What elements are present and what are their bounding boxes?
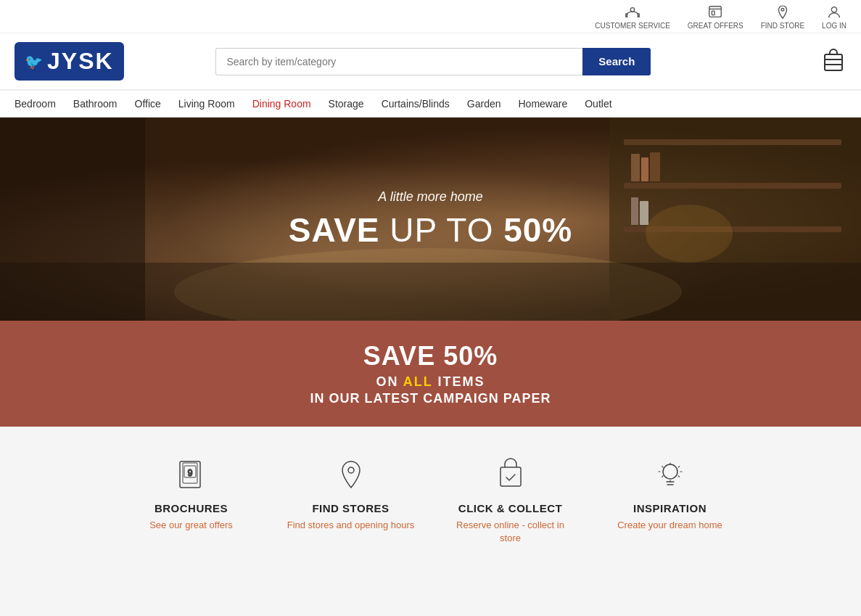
tile-click-collect-subtitle: Reserve online - collect in store	[445, 519, 576, 545]
tile-brochures[interactable]: 9 BROCHURES See our great offers	[112, 456, 271, 545]
svg-point-5	[831, 7, 836, 12]
svg-rect-6	[825, 54, 842, 70]
tile-inspiration-subtitle: Create your dream home	[617, 519, 722, 532]
find-stores-icon	[332, 456, 370, 493]
utility-log-in[interactable]: LOG IN	[822, 4, 846, 30]
utility-bar: CUSTOMER SERVICE GREAT OFFERS FIND STORE…	[0, 0, 861, 33]
hero-banner[interactable]: A little more home SAVE UP TO 50%	[0, 118, 861, 321]
nav-curtains[interactable]: Curtains/Blinds	[382, 98, 450, 110]
header: 🐦 JYSK Search	[0, 33, 861, 91]
svg-rect-29	[500, 467, 521, 486]
campaign-bottom-text: IN OUR LATEST CAMPAIGN PAPER	[15, 391, 846, 406]
nav-garden[interactable]: Garden	[467, 98, 501, 110]
svg-text:9: 9	[187, 468, 192, 478]
utility-great-offers[interactable]: GREAT OFFERS	[688, 4, 743, 30]
inspiration-icon	[651, 456, 689, 493]
search-input[interactable]	[215, 48, 582, 75]
logo[interactable]: 🐦 JYSK	[15, 42, 124, 81]
svg-rect-15	[631, 154, 640, 181]
hero-save: SAVE	[289, 211, 380, 249]
svg-rect-1	[709, 7, 722, 17]
hero-title: SAVE UP TO 50%	[289, 210, 573, 250]
svg-rect-19	[640, 201, 648, 225]
brochures-icon: 9	[173, 456, 210, 493]
hero-percent: 50%	[503, 211, 572, 249]
tile-brochures-title: BROCHURES	[155, 502, 228, 514]
nav-bathroom[interactable]: Bathroom	[73, 98, 118, 110]
campaign-sub-text: ON ALL ITEMS	[15, 374, 846, 390]
tile-click-collect[interactable]: CLICK & COLLECT Reserve online - collect…	[431, 456, 590, 545]
tile-find-stores[interactable]: FIND STORES Find stores and opening hour…	[271, 456, 431, 545]
hero-upto: UP TO	[380, 211, 504, 249]
svg-point-4	[781, 9, 784, 12]
utility-label: CUSTOMER SERVICE	[595, 22, 670, 30]
nav-office[interactable]: Office	[135, 98, 161, 110]
click-collect-icon	[492, 456, 530, 493]
svg-rect-23	[0, 263, 861, 321]
search-container: Search	[215, 48, 651, 75]
utility-label: LOG IN	[822, 22, 846, 30]
nav-bedroom[interactable]: Bedroom	[15, 98, 56, 110]
campaign-all: ALL	[403, 374, 433, 389]
hero-overlay: A little more home SAVE UP TO 50%	[289, 189, 573, 250]
svg-point-0	[630, 8, 635, 12]
svg-rect-13	[624, 183, 841, 189]
search-button[interactable]: Search	[582, 48, 651, 75]
svg-rect-12	[624, 139, 841, 145]
campaign-on: ON	[376, 374, 403, 389]
utility-label: GREAT OFFERS	[688, 22, 743, 30]
logo-text: JYSK	[47, 48, 114, 75]
svg-rect-17	[650, 152, 660, 181]
nav-homeware[interactable]: Homeware	[519, 98, 568, 110]
campaign-main-text: SAVE 50%	[15, 341, 846, 371]
svg-rect-3	[712, 11, 715, 15]
utility-label: FIND STORE	[761, 22, 804, 30]
tile-inspiration-title: INSPIRATION	[633, 502, 706, 514]
nav-storage[interactable]: Storage	[329, 98, 364, 110]
logo-bird-icon: 🐦	[25, 53, 43, 70]
nav-dining-room[interactable]: Dining Room	[252, 98, 311, 110]
tile-find-stores-subtitle: Find stores and opening hours	[287, 519, 415, 532]
campaign-items: ITEMS	[433, 374, 485, 389]
tile-inspiration[interactable]: INSPIRATION Create your dream home	[590, 456, 750, 545]
cart-icon[interactable]	[820, 47, 846, 76]
nav-living-room[interactable]: Living Room	[178, 98, 235, 110]
campaign-strip[interactable]: SAVE 50% ON ALL ITEMS IN OUR LATEST CAMP…	[0, 321, 861, 427]
svg-rect-18	[631, 197, 638, 225]
utility-customer-service[interactable]: CUSTOMER SERVICE	[595, 4, 670, 30]
utility-find-store[interactable]: FIND STORE	[761, 4, 804, 30]
svg-point-20	[646, 205, 733, 263]
svg-rect-16	[641, 157, 648, 181]
nav-outlet[interactable]: Outlet	[585, 98, 611, 110]
svg-point-28	[348, 467, 354, 473]
nav-bar: Bedroom Bathroom Office Living Room Dini…	[0, 91, 861, 118]
tile-brochures-subtitle: See our great offers	[149, 519, 233, 532]
info-tiles: 9 BROCHURES See our great offers FIND ST…	[0, 427, 861, 574]
hero-tagline: A little more home	[289, 189, 573, 205]
tile-find-stores-title: FIND STORES	[312, 502, 389, 514]
tile-click-collect-title: CLICK & COLLECT	[458, 502, 562, 514]
svg-point-30	[663, 464, 677, 479]
